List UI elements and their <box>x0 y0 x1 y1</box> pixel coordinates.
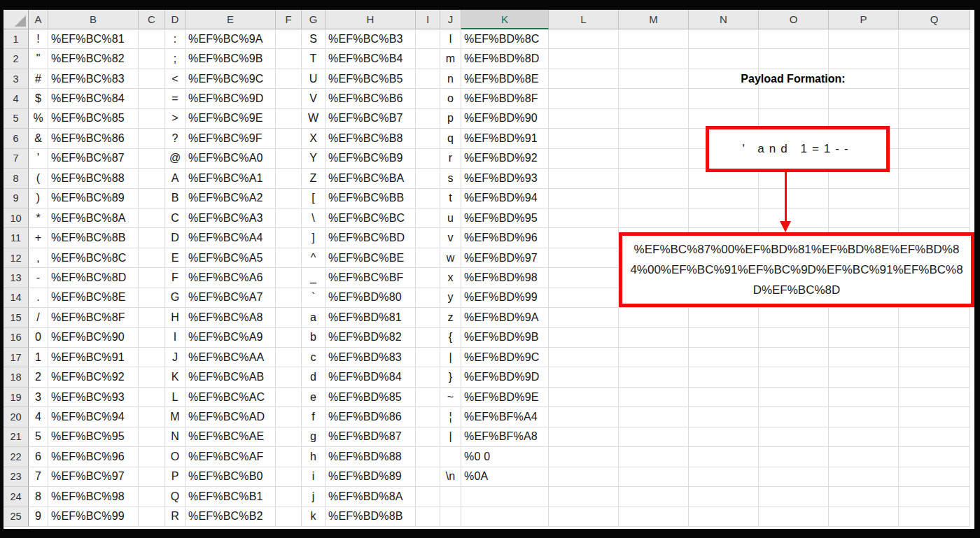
row-header-3[interactable]: 3 <box>4 69 29 89</box>
cell-N23[interactable] <box>689 467 759 487</box>
cell-J20[interactable]: ¦ <box>440 407 461 427</box>
cell-C4[interactable] <box>139 89 165 108</box>
cell-O19[interactable] <box>759 388 829 407</box>
cell-E16[interactable]: %EF%BC%A9 <box>186 328 276 348</box>
cell-M22[interactable] <box>619 447 689 467</box>
cell-A3[interactable]: # <box>29 69 48 89</box>
cell-K24[interactable] <box>461 487 549 507</box>
cell-C16[interactable] <box>139 328 165 348</box>
cell-J23[interactable]: \n <box>440 467 461 487</box>
cell-G17[interactable]: c <box>302 348 326 367</box>
cell-G19[interactable]: e <box>302 388 326 407</box>
cell-L7[interactable] <box>549 149 619 169</box>
cell-O16[interactable] <box>759 328 829 348</box>
cell-D18[interactable]: K <box>165 367 186 387</box>
cell-I2[interactable] <box>416 49 440 69</box>
cell-Q21[interactable] <box>899 427 970 447</box>
column-header-P[interactable]: P <box>829 10 899 29</box>
cell-P20[interactable] <box>829 407 899 427</box>
column-header-A[interactable]: A <box>29 10 48 29</box>
cell-B11[interactable]: %EF%BC%8B <box>48 228 139 248</box>
cell-D25[interactable]: R <box>165 507 186 527</box>
cell-I14[interactable] <box>416 288 440 308</box>
cell-H24[interactable]: %EF%BD%8A <box>326 487 416 507</box>
cell-N21[interactable] <box>689 427 759 447</box>
cell-M18[interactable] <box>619 367 689 387</box>
cell-Q7[interactable] <box>899 149 970 169</box>
cell-J9[interactable]: t <box>440 189 461 208</box>
cell-A15[interactable]: / <box>29 308 48 327</box>
cell-J13[interactable]: x <box>440 268 461 288</box>
cell-K21[interactable]: %EF%BF%A8 <box>461 427 549 447</box>
cell-D11[interactable]: D <box>165 228 186 248</box>
cell-C25[interactable] <box>139 507 165 527</box>
cell-B12[interactable]: %EF%BC%8C <box>48 248 139 268</box>
cell-I15[interactable] <box>416 308 440 327</box>
row-header-12[interactable]: 12 <box>4 248 29 268</box>
cell-B1[interactable]: %EF%BC%81 <box>48 29 139 49</box>
cell-H19[interactable]: %EF%BD%85 <box>326 388 416 407</box>
cell-C20[interactable] <box>139 407 165 427</box>
cell-L11[interactable] <box>549 228 619 248</box>
cell-I13[interactable] <box>416 268 440 288</box>
cell-F24[interactable] <box>276 487 302 507</box>
cell-N24[interactable] <box>689 487 759 507</box>
cell-H14[interactable]: %EF%BD%80 <box>326 288 416 308</box>
cell-J10[interactable]: u <box>440 208 461 228</box>
column-header-N[interactable]: N <box>689 10 759 29</box>
cell-G22[interactable]: h <box>302 447 326 467</box>
cell-Q6[interactable] <box>899 129 970 148</box>
cell-A10[interactable]: * <box>29 208 48 228</box>
cell-M1[interactable] <box>619 29 689 49</box>
cell-I24[interactable] <box>416 487 440 507</box>
cell-E8[interactable]: %EF%BC%A1 <box>186 169 276 188</box>
cell-A20[interactable]: 4 <box>29 407 48 427</box>
cell-M17[interactable] <box>619 348 689 367</box>
cell-G16[interactable]: b <box>302 328 326 348</box>
cell-E13[interactable]: %EF%BC%A6 <box>186 268 276 288</box>
cell-Q19[interactable] <box>899 388 970 407</box>
select-all-button[interactable] <box>4 10 29 29</box>
cell-I19[interactable] <box>416 388 440 407</box>
cell-J5[interactable]: p <box>440 109 461 129</box>
row-header-19[interactable]: 19 <box>4 388 29 407</box>
cell-L5[interactable] <box>549 109 619 129</box>
cell-Q2[interactable] <box>899 49 970 69</box>
cell-B4[interactable]: %EF%BC%84 <box>48 89 139 108</box>
cell-E9[interactable]: %EF%BC%A2 <box>186 189 276 208</box>
column-header-E[interactable]: E <box>186 10 276 29</box>
cell-P19[interactable] <box>829 388 899 407</box>
cell-P17[interactable] <box>829 348 899 367</box>
cell-L8[interactable] <box>549 169 619 188</box>
cell-L17[interactable] <box>549 348 619 367</box>
cell-L4[interactable] <box>549 89 619 108</box>
cell-H2[interactable]: %EF%BC%B4 <box>326 49 416 69</box>
cell-D24[interactable]: Q <box>165 487 186 507</box>
cell-H22[interactable]: %EF%BD%88 <box>326 447 416 467</box>
cell-B9[interactable]: %EF%BC%89 <box>48 189 139 208</box>
row-header-23[interactable]: 23 <box>4 467 29 487</box>
cell-B14[interactable]: %EF%BC%8E <box>48 288 139 308</box>
cell-G1[interactable]: S <box>302 29 326 49</box>
cell-K25[interactable] <box>461 507 549 527</box>
cell-H12[interactable]: %EF%BC%BE <box>326 248 416 268</box>
cell-C5[interactable] <box>139 109 165 129</box>
cell-P10[interactable] <box>829 208 899 228</box>
cell-E10[interactable]: %EF%BC%A3 <box>186 208 276 228</box>
cell-L20[interactable] <box>549 407 619 427</box>
cell-P16[interactable] <box>829 328 899 348</box>
cell-B23[interactable]: %EF%BC%97 <box>48 467 139 487</box>
cell-F3[interactable] <box>276 69 302 89</box>
cell-M9[interactable] <box>619 189 689 208</box>
cell-N19[interactable] <box>689 388 759 407</box>
cell-Q16[interactable] <box>899 328 970 348</box>
cell-H6[interactable]: %EF%BC%B8 <box>326 129 416 148</box>
cell-M15[interactable] <box>619 308 689 327</box>
cell-D12[interactable]: E <box>165 248 186 268</box>
cell-K22[interactable]: %0 0 <box>461 447 549 467</box>
cell-C6[interactable] <box>139 129 165 148</box>
cell-Q9[interactable] <box>899 189 970 208</box>
cell-L2[interactable] <box>549 49 619 69</box>
cell-E1[interactable]: %EF%BC%9A <box>186 29 276 49</box>
cell-L1[interactable] <box>549 29 619 49</box>
